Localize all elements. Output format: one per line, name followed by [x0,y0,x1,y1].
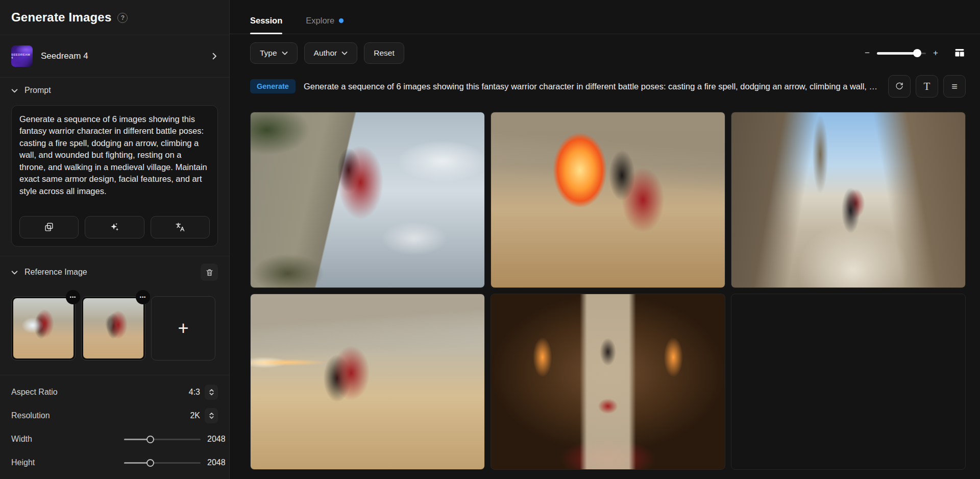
filter-toolbar: Type Author Reset − + [230,34,980,64]
reference-image-2-menu[interactable]: ••• [136,290,150,304]
prompt-section-label: Prompt [24,86,51,95]
generation-settings: Aspect Ratio 4:3 Resolution 2K Width [0,375,229,474]
generate-badge[interactable]: Generate [250,79,296,93]
prompt-box: Generate a sequence of 6 images showing … [11,105,218,247]
prompt-section-toggle[interactable]: Prompt [11,86,218,95]
chevron-down-icon [282,50,288,56]
chevron-right-icon [211,53,218,60]
up-down-icon [208,412,215,420]
reference-section-label: Reference Image [24,268,87,277]
generated-image-4[interactable] [250,294,485,470]
prompt-tools [19,216,210,238]
resolution-value: 2K [190,411,200,420]
reference-section-toggle[interactable]: Reference Image [11,268,87,277]
show-text-button[interactable]: T [916,75,938,98]
generation-row-header: Generate Generate a sequence of 6 images… [230,64,980,98]
height-row: Height 2048 [11,451,218,474]
aspect-ratio-stepper[interactable] [205,385,218,400]
zoom-slider-knob[interactable] [913,49,921,57]
refresh-icon [894,81,904,91]
tabs-bar: Session Explore [230,0,980,34]
enhance-prompt-button[interactable] [85,216,144,238]
height-slider[interactable] [124,459,201,467]
generated-image-1[interactable] [250,112,485,288]
model-name: Seedream 4 [41,51,203,61]
model-thumbnail-label: SEEDREAM 4 [11,53,33,59]
author-filter-label: Author [314,49,337,58]
resolution-label: Resolution [11,411,190,420]
main-content: Session Explore Type Author Reset [230,0,980,479]
reset-filters-button[interactable]: Reset [364,42,404,64]
prompt-input[interactable]: Generate a sequence of 6 images showing … [19,113,210,209]
generated-image-6[interactable] [731,294,966,470]
width-slider[interactable] [124,436,201,443]
generation-actions: T ≡ [888,75,966,98]
chevron-down-icon [11,269,18,276]
tab-session-label: Session [250,16,282,26]
model-thumbnail: SEEDREAM 4 [11,45,33,67]
grid-layout-toggle[interactable] [953,47,966,59]
prompt-section: Prompt Generate a sequence of 6 images s… [0,78,229,247]
thumbnail-size-slider[interactable] [877,49,926,57]
trash-icon [205,268,214,277]
generated-image-5[interactable] [491,294,725,470]
author-filter-dropdown[interactable]: Author [304,42,358,64]
chevron-down-icon [341,50,348,56]
generated-images-grid [250,112,966,470]
width-value: 2048 [207,435,225,444]
explore-notification-dot [339,18,344,23]
tab-session[interactable]: Session [250,16,282,34]
sidebar-header: Generate Images ? [0,0,229,35]
resolution-row: Resolution 2K [11,404,218,427]
dice-icon [43,222,55,233]
app-window: Generate Images ? SEEDREAM 4 Seedream 4 … [0,0,980,479]
text-icon: T [924,80,930,93]
aspect-ratio-label: Aspect Ratio [11,388,189,397]
tab-explore[interactable]: Explore [306,16,344,34]
thumbnail-zoom-controls: − + [864,47,966,59]
layout-grid-icon [953,47,966,59]
width-slider-knob[interactable] [146,436,154,443]
reference-image-1-menu[interactable]: ••• [66,290,80,304]
reference-image-1-preview [13,298,74,358]
sparkles-icon [109,222,120,233]
page-title: Generate Images [11,10,111,25]
chevron-down-icon [11,87,18,94]
regenerate-button[interactable] [888,75,911,98]
translate-prompt-button[interactable] [151,216,210,238]
help-icon[interactable]: ? [117,13,128,23]
add-reference-button[interactable]: + [151,296,215,361]
menu-icon: ≡ [951,81,958,92]
aspect-ratio-value: 4:3 [189,388,200,397]
more-options-button[interactable]: ≡ [943,75,966,98]
zoom-in-button[interactable]: + [932,48,939,58]
generated-image-2[interactable] [491,112,725,288]
reference-image-1[interactable]: ••• [11,296,76,361]
type-filter-dropdown[interactable]: Type [250,42,298,64]
up-down-icon [208,388,215,396]
height-label: Height [11,458,124,467]
generation-prompt-text[interactable]: Generate a sequence of 6 images showing … [304,82,880,91]
width-row: Width 2048 [11,427,218,451]
height-slider-knob[interactable] [146,459,154,467]
zoom-out-button[interactable]: − [864,48,871,58]
generated-image-3[interactable] [731,112,966,288]
model-selector[interactable]: SEEDREAM 4 Seedream 4 [0,35,229,78]
reference-image-2[interactable]: ••• [81,296,145,361]
height-value: 2048 [207,458,225,467]
zoom-slider-fill [877,52,917,55]
aspect-ratio-row: Aspect Ratio 4:3 [11,380,218,404]
width-label: Width [11,435,124,444]
reference-thumbnails: ••• ••• + [11,296,218,361]
type-filter-label: Type [260,49,277,58]
random-prompt-button[interactable] [19,216,79,238]
generation-sidebar: Generate Images ? SEEDREAM 4 Seedream 4 … [0,0,230,479]
translate-icon [175,222,186,233]
reference-section: Reference Image ••• ••• + [0,256,229,361]
clear-references-button[interactable] [201,264,218,281]
resolution-stepper[interactable] [205,408,218,423]
reference-image-2-preview [83,298,143,358]
reset-button-label: Reset [374,49,395,58]
tab-explore-label: Explore [306,16,334,26]
